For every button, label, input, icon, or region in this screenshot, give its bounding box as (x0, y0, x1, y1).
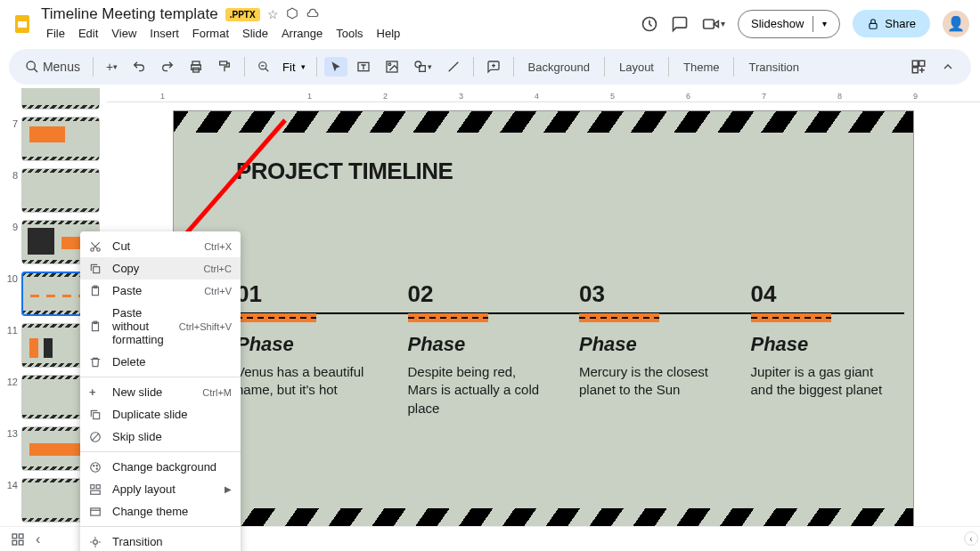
textbox-button[interactable] (351, 56, 376, 77)
copy-icon (89, 263, 103, 275)
select-tool-button[interactable] (324, 57, 347, 77)
phase-block: 01 Phase Venus has a beautiful name, but… (236, 280, 372, 417)
theme-icon (89, 506, 103, 518)
menu-format[interactable]: Format (187, 25, 234, 42)
shape-button[interactable]: ▾ (408, 56, 437, 77)
prev-button[interactable]: ‹ (36, 531, 40, 547)
cloud-icon[interactable] (306, 7, 320, 21)
context-menu-item[interactable]: Change theme (80, 500, 241, 523)
slides-logo-icon[interactable] (11, 12, 34, 36)
context-menu-item[interactable]: Apply layout▶ (80, 478, 241, 500)
context-menu-item[interactable]: Change background (80, 456, 241, 478)
zoom-out-button[interactable] (252, 57, 275, 77)
menu-slide[interactable]: Slide (237, 25, 274, 42)
phase-block: 03 Phase Mercury is the closest planet t… (579, 280, 715, 417)
slideshow-button[interactable]: Slideshow ▾ (738, 10, 840, 38)
grid-view-button[interactable] (11, 532, 25, 547)
svg-rect-9 (220, 61, 227, 65)
svg-rect-36 (91, 507, 101, 515)
layout-icon (89, 483, 103, 496)
history-icon[interactable] (641, 15, 658, 33)
zoom-select[interactable]: Fit ▾ (279, 61, 308, 74)
lock-icon (867, 18, 879, 30)
new-slide-button[interactable]: + ▾ (101, 56, 123, 77)
svg-rect-34 (96, 484, 100, 488)
slideshow-dropdown-icon[interactable]: ▾ (822, 19, 827, 28)
menu-edit[interactable]: Edit (73, 25, 103, 42)
svg-rect-17 (919, 61, 925, 66)
menu-tools[interactable]: Tools (331, 25, 368, 42)
svg-rect-3 (704, 20, 715, 28)
context-menu: CutCtrl+XCopyCtrl+CPasteCtrl+VPaste with… (80, 231, 241, 551)
pptx-badge: .PPTX (225, 8, 260, 21)
slideshow-label: Slideshow (751, 17, 804, 30)
svg-rect-41 (19, 534, 23, 539)
menu-file[interactable]: File (41, 25, 70, 42)
svg-rect-33 (91, 484, 94, 488)
paint-format-button[interactable] (212, 56, 237, 77)
slide-canvas[interactable]: PROJECT TIMELINE 01 Phase Venus has a be… (174, 111, 913, 530)
star-icon[interactable]: ☆ (267, 7, 279, 21)
svg-rect-40 (12, 534, 17, 539)
paste-plain-icon (89, 320, 103, 333)
background-button[interactable]: Background (521, 57, 597, 77)
paste-icon (89, 285, 103, 297)
menu-insert[interactable]: Insert (144, 25, 184, 42)
move-icon[interactable] (286, 7, 298, 21)
context-menu-item[interactable]: Skip slide (80, 425, 241, 448)
comments-icon[interactable] (671, 15, 689, 33)
slide-thumbnail[interactable] (21, 117, 100, 161)
context-menu-item[interactable]: Duplicate slide (80, 403, 241, 425)
comment-button[interactable] (481, 56, 506, 77)
svg-point-13 (388, 63, 391, 66)
search-menus-button[interactable]: Menus (20, 56, 86, 77)
plus-icon: + (89, 385, 103, 399)
meet-icon[interactable]: ▾ (701, 15, 725, 33)
svg-rect-42 (12, 540, 17, 545)
duplicate-icon (89, 409, 103, 421)
bg-icon (89, 461, 103, 474)
context-menu-item[interactable]: CutCtrl+X (80, 235, 241, 257)
undo-button[interactable] (127, 56, 151, 77)
slide-thumbnail[interactable] (21, 168, 100, 213)
context-menu-item[interactable]: Transition (80, 531, 241, 551)
phase-block: 02 Phase Despite being red, Mars is actu… (408, 280, 544, 417)
collapse-button[interactable] (935, 56, 960, 77)
svg-rect-35 (91, 490, 101, 494)
transition-icon (89, 536, 103, 548)
svg-rect-16 (912, 61, 918, 66)
line-button[interactable] (441, 56, 466, 77)
submenu-arrow-icon: ▶ (225, 484, 232, 494)
apps-icon[interactable] (905, 55, 932, 78)
svg-point-32 (96, 468, 97, 469)
svg-point-14 (415, 61, 421, 68)
theme-button[interactable]: Theme (676, 57, 726, 77)
context-menu-item[interactable]: PasteCtrl+V (80, 280, 241, 302)
slide-thumbnail[interactable] (21, 88, 100, 109)
print-button[interactable] (184, 56, 208, 77)
menu-view[interactable]: View (106, 25, 142, 42)
doc-title[interactable]: Timeline Meeting template (41, 5, 218, 23)
menu-arrange[interactable]: Arrange (276, 25, 328, 42)
image-button[interactable] (380, 56, 404, 77)
svg-rect-27 (94, 412, 100, 418)
svg-point-5 (27, 61, 35, 69)
share-button[interactable]: Share (853, 10, 930, 37)
context-menu-item[interactable]: CopyCtrl+C (80, 257, 241, 280)
svg-point-30 (94, 465, 94, 466)
user-avatar[interactable]: 👤 (943, 11, 969, 37)
context-menu-item[interactable]: Paste without formattingCtrl+Shift+V (80, 302, 241, 351)
slide-title: PROJECT TIMELINE (174, 133, 913, 185)
svg-point-31 (96, 465, 97, 466)
context-menu-item[interactable]: Delete (80, 351, 241, 373)
app-header: Timeline Meeting template .PPTX ☆ File E… (0, 0, 980, 47)
horizontal-ruler: 1 1 2 3 4 5 6 7 8 9 (107, 88, 980, 102)
redo-button[interactable] (155, 56, 180, 77)
share-label: Share (885, 17, 916, 30)
transition-button[interactable]: Transition (741, 57, 806, 77)
cut-icon (89, 240, 103, 253)
layout-button[interactable]: Layout (612, 57, 661, 77)
context-menu-item[interactable]: +New slideCtrl+M (80, 381, 241, 403)
side-panel-toggle[interactable]: ‹ (964, 531, 978, 546)
menu-help[interactable]: Help (372, 25, 406, 42)
